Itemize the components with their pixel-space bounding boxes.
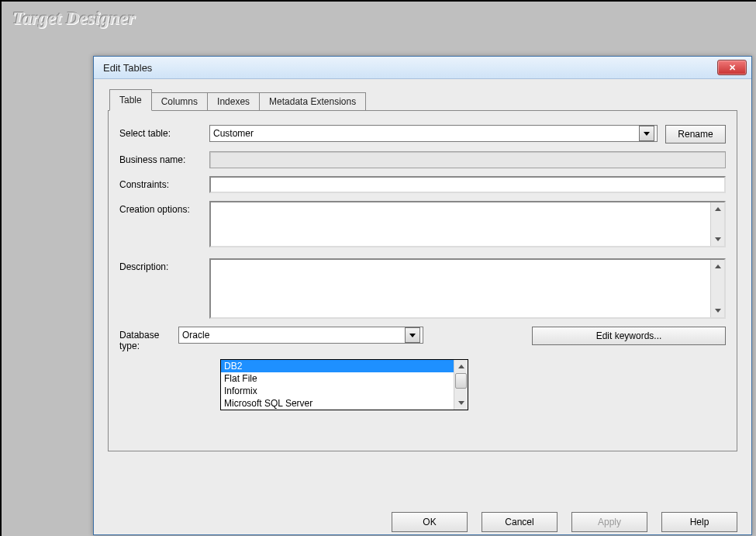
creation-options-scrollbar[interactable] <box>710 202 724 246</box>
chevron-down-icon <box>715 237 721 241</box>
label-database-type: Database type: <box>119 327 178 351</box>
scrollbar-thumb[interactable] <box>455 373 467 389</box>
dialog-titlebar[interactable]: Edit Tables ✕ <box>94 57 751 79</box>
dropdown-scrollbar[interactable] <box>454 360 468 410</box>
scroll-down-button[interactable] <box>713 234 723 244</box>
description-input[interactable] <box>209 258 726 319</box>
label-business-name: Business name: <box>119 151 209 165</box>
apply-button[interactable]: Apply <box>571 512 647 532</box>
select-table-combo[interactable]: Customer <box>209 125 658 142</box>
database-type-field: Oracle Edit keywords... <box>178 327 726 345</box>
dialog-title: Edit Tables <box>103 62 152 74</box>
chevron-down-icon <box>644 132 650 136</box>
business-name-field[interactable] <box>209 151 726 168</box>
background-app-title: Target Designer <box>12 8 135 29</box>
database-type-dropdown-button[interactable] <box>405 327 420 343</box>
scroll-down-button[interactable] <box>713 306 723 316</box>
database-type-combo[interactable]: Oracle <box>178 327 423 344</box>
scroll-down-button[interactable] <box>456 398 466 408</box>
dropdown-option-db2[interactable]: DB2 <box>221 360 454 372</box>
chevron-up-icon <box>715 265 721 268</box>
tab-label: Indexes <box>217 96 250 107</box>
select-table-value: Customer <box>213 128 637 139</box>
dialog-body: Table Columns Indexes Metadata Extension… <box>94 79 751 535</box>
label-select-table: Select table: <box>119 125 209 139</box>
dropdown-option-informix[interactable]: Informix <box>221 385 454 397</box>
ok-button[interactable]: OK <box>392 512 468 532</box>
database-type-value: Oracle <box>182 330 403 341</box>
scroll-up-button[interactable] <box>456 361 466 372</box>
help-button[interactable]: Help <box>661 512 737 532</box>
edit-keywords-button[interactable]: Edit keywords... <box>532 327 726 345</box>
database-type-dropdown-list[interactable]: DB2 Flat File Informix Microsoft SQL Ser… <box>220 359 468 410</box>
chevron-up-icon <box>715 207 721 211</box>
edit-tables-dialog: Edit Tables ✕ Table Columns Indexes Meta… <box>93 56 752 535</box>
chevron-down-icon <box>458 401 464 405</box>
row-description: Description: <box>119 258 726 319</box>
tab-label: Metadata Extensions <box>269 96 356 107</box>
close-icon: ✕ <box>729 63 736 73</box>
label-creation-options: Creation options: <box>119 201 209 215</box>
chevron-down-icon <box>715 309 721 313</box>
tab-table[interactable]: Table <box>109 89 152 111</box>
rename-button[interactable]: Rename <box>665 125 726 144</box>
tabstrip: Table Columns Indexes Metadata Extension… <box>109 88 751 110</box>
tab-columns[interactable]: Columns <box>151 92 208 111</box>
label-constraints: Constraints: <box>119 176 209 190</box>
scroll-up-button[interactable] <box>713 204 723 214</box>
description-text[interactable] <box>211 260 710 317</box>
constraints-input[interactable] <box>209 176 726 193</box>
designer-background: Target Designer Edit Tables ✕ Table Colu… <box>0 0 756 536</box>
close-button[interactable]: ✕ <box>717 60 747 75</box>
row-database-type: Database type: Oracle Edit keywords... <box>119 327 726 351</box>
scroll-up-button[interactable] <box>713 261 723 271</box>
select-table-dropdown-button[interactable] <box>639 126 654 141</box>
creation-options-input[interactable] <box>209 201 726 247</box>
tab-indexes[interactable]: Indexes <box>207 92 260 111</box>
dropdown-option-flat-file[interactable]: Flat File <box>221 372 454 385</box>
row-select-table: Select table: Customer Rename <box>119 125 726 144</box>
row-creation-options: Creation options: <box>119 201 726 247</box>
row-constraints: Constraints: <box>119 176 726 193</box>
row-business-name: Business name: <box>119 151 726 168</box>
tab-label: Table <box>119 95 142 105</box>
tab-label: Columns <box>161 96 198 107</box>
chevron-up-icon <box>458 365 464 368</box>
dialog-button-bar: OK Cancel Apply Help <box>392 507 751 535</box>
label-description: Description: <box>119 258 209 272</box>
tab-metadata-extensions[interactable]: Metadata Extensions <box>259 92 366 111</box>
cancel-button[interactable]: Cancel <box>482 512 558 532</box>
description-scrollbar[interactable] <box>710 260 724 317</box>
tab-panel-table: Select table: Customer Rename Business n… <box>108 110 737 451</box>
chevron-down-icon <box>409 334 416 337</box>
dropdown-list-items: DB2 Flat File Informix Microsoft SQL Ser… <box>221 360 454 410</box>
creation-options-text[interactable] <box>211 202 710 246</box>
dropdown-option-mssql[interactable]: Microsoft SQL Server <box>221 397 454 410</box>
